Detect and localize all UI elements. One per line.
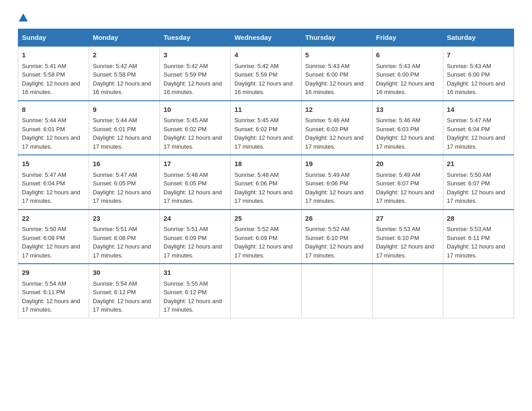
daylight-label: Daylight: 12 hours and 17 minutes. [163,298,222,313]
sunrise-label: Sunrise: 5:46 AM [376,117,420,124]
sunset-label: Sunset: 6:09 PM [234,235,277,241]
calendar-cell: 28Sunrise: 5:53 AMSunset: 6:11 PMDayligh… [443,210,514,264]
day-header-wednesday: Wednesday [231,29,301,47]
logo [18,13,28,20]
day-header-tuesday: Tuesday [160,29,231,47]
daylight-label: Daylight: 12 hours and 17 minutes. [22,189,80,205]
sunset-label: Sunset: 6:05 PM [93,180,136,187]
daylight-label: Daylight: 12 hours and 17 minutes. [93,134,151,150]
daylight-label: Daylight: 12 hours and 17 minutes. [22,243,80,259]
sunset-label: Sunset: 6:10 PM [376,235,419,241]
day-number: 13 [376,105,439,115]
calendar-cell: 9Sunrise: 5:44 AMSunset: 6:01 PMDaylight… [89,101,160,155]
day-number: 3 [163,50,227,60]
day-number: 21 [447,159,510,169]
day-number: 18 [234,159,297,169]
calendar-cell: 2Sunrise: 5:42 AMSunset: 5:58 PMDaylight… [89,46,160,101]
sunset-label: Sunset: 6:08 PM [22,235,65,241]
day-number: 25 [234,214,297,224]
sunset-label: Sunset: 6:10 PM [305,235,348,241]
day-number: 6 [376,50,439,60]
sunset-label: Sunset: 6:04 PM [447,126,490,133]
calendar-cell [372,264,443,318]
sunrise-label: Sunrise: 5:48 AM [163,171,208,178]
daylight-label: Daylight: 12 hours and 17 minutes. [163,134,222,150]
daylight-label: Daylight: 12 hours and 16 minutes. [447,80,505,96]
calendar-cell: 5Sunrise: 5:43 AMSunset: 6:00 PMDaylight… [301,46,372,101]
day-number: 2 [93,50,156,60]
calendar-cell: 8Sunrise: 5:44 AMSunset: 6:01 PMDaylight… [18,101,89,155]
calendar-week-row: 22Sunrise: 5:50 AMSunset: 6:08 PMDayligh… [18,210,514,264]
calendar-cell: 21Sunrise: 5:50 AMSunset: 6:07 PMDayligh… [443,155,514,210]
day-number: 27 [376,214,439,224]
sunset-label: Sunset: 6:09 PM [163,235,206,241]
calendar-cell: 16Sunrise: 5:47 AMSunset: 6:05 PMDayligh… [89,155,160,210]
calendar-cell: 13Sunrise: 5:46 AMSunset: 6:03 PMDayligh… [372,101,443,155]
day-number: 29 [22,268,85,278]
day-number: 28 [447,214,510,224]
sunrise-label: Sunrise: 5:42 AM [234,63,279,69]
day-header-friday: Friday [372,29,443,47]
sunset-label: Sunset: 6:04 PM [22,180,65,187]
sunset-label: Sunset: 6:00 PM [376,71,419,78]
day-header-monday: Monday [89,29,160,47]
sunset-label: Sunset: 6:03 PM [305,126,348,133]
sunset-label: Sunset: 6:07 PM [447,180,490,187]
sunrise-label: Sunrise: 5:52 AM [305,226,350,232]
calendar-cell: 3Sunrise: 5:42 AMSunset: 5:59 PMDaylight… [160,46,231,101]
calendar-cell: 7Sunrise: 5:43 AMSunset: 6:00 PMDaylight… [443,46,514,101]
daylight-label: Daylight: 12 hours and 17 minutes. [376,134,434,150]
sunrise-label: Sunrise: 5:50 AM [447,171,491,178]
daylight-label: Daylight: 12 hours and 17 minutes. [376,189,434,205]
sunset-label: Sunset: 6:08 PM [93,235,136,241]
daylight-label: Daylight: 12 hours and 16 minutes. [22,80,80,96]
sunrise-label: Sunrise: 5:53 AM [447,226,491,232]
daylight-label: Daylight: 12 hours and 17 minutes. [376,243,434,259]
day-number: 8 [22,105,85,115]
day-number: 19 [305,159,369,169]
calendar-cell: 12Sunrise: 5:46 AMSunset: 6:03 PMDayligh… [301,101,372,155]
daylight-label: Daylight: 12 hours and 17 minutes. [447,189,505,205]
sunrise-label: Sunrise: 5:54 AM [93,280,137,287]
calendar-week-row: 1Sunrise: 5:41 AMSunset: 5:58 PMDaylight… [18,46,514,101]
day-number: 14 [447,105,510,115]
daylight-label: Daylight: 12 hours and 17 minutes. [93,189,151,205]
calendar-cell: 30Sunrise: 5:54 AMSunset: 6:12 PMDayligh… [89,264,160,318]
sunset-label: Sunset: 6:12 PM [163,289,206,295]
day-header-thursday: Thursday [301,29,372,47]
daylight-label: Daylight: 12 hours and 17 minutes. [305,189,364,205]
sunrise-label: Sunrise: 5:43 AM [447,63,491,69]
calendar-cell: 20Sunrise: 5:49 AMSunset: 6:07 PMDayligh… [372,155,443,210]
sunset-label: Sunset: 6:11 PM [22,289,65,295]
sunset-label: Sunset: 5:58 PM [93,71,136,78]
sunset-label: Sunset: 6:02 PM [163,126,206,133]
daylight-label: Daylight: 12 hours and 17 minutes. [22,298,80,313]
sunrise-label: Sunrise: 5:47 AM [93,171,137,178]
calendar-cell: 4Sunrise: 5:42 AMSunset: 5:59 PMDaylight… [231,46,301,101]
sunrise-label: Sunrise: 5:51 AM [93,226,137,232]
calendar-cell: 25Sunrise: 5:52 AMSunset: 6:09 PMDayligh… [231,210,301,264]
sunrise-label: Sunrise: 5:48 AM [234,171,279,178]
day-number: 23 [93,214,156,224]
sunrise-label: Sunrise: 5:51 AM [163,226,208,232]
daylight-label: Daylight: 12 hours and 16 minutes. [234,80,292,96]
day-number: 24 [163,214,227,224]
calendar-cell: 1Sunrise: 5:41 AMSunset: 5:58 PMDaylight… [18,46,89,101]
sunset-label: Sunset: 5:59 PM [163,71,206,78]
sunrise-label: Sunrise: 5:42 AM [93,63,137,69]
sunrise-label: Sunrise: 5:53 AM [376,226,420,232]
sunrise-label: Sunrise: 5:45 AM [234,117,279,124]
daylight-label: Daylight: 12 hours and 16 minutes. [163,80,222,96]
calendar-week-row: 8Sunrise: 5:44 AMSunset: 6:01 PMDaylight… [18,101,514,155]
calendar-cell: 27Sunrise: 5:53 AMSunset: 6:10 PMDayligh… [372,210,443,264]
sunrise-label: Sunrise: 5:52 AM [234,226,279,232]
calendar-cell [301,264,372,318]
daylight-label: Daylight: 12 hours and 17 minutes. [163,189,222,205]
calendar-cell: 23Sunrise: 5:51 AMSunset: 6:08 PMDayligh… [89,210,160,264]
day-number: 16 [93,159,156,169]
calendar-cell [231,264,301,318]
sunset-label: Sunset: 6:06 PM [305,180,348,187]
daylight-label: Daylight: 12 hours and 16 minutes. [376,80,434,96]
day-header-saturday: Saturday [443,29,514,47]
calendar-cell: 15Sunrise: 5:47 AMSunset: 6:04 PMDayligh… [18,155,89,210]
